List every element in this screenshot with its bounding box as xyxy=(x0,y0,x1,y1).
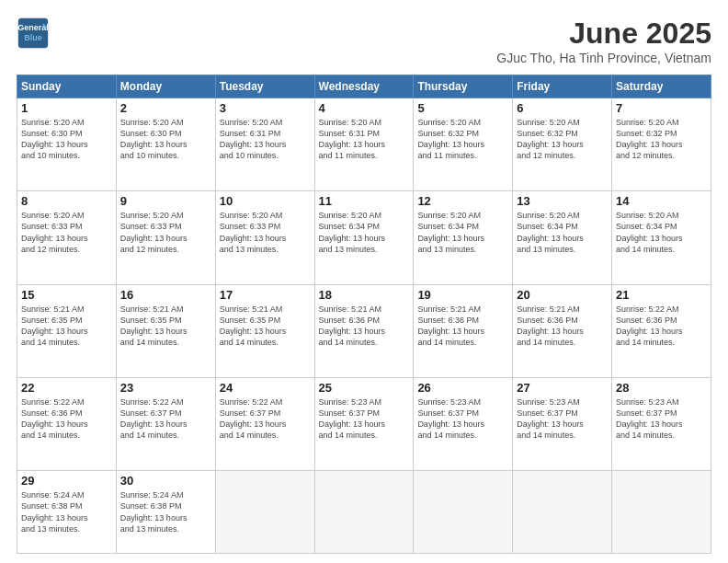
col-sunday: Sunday xyxy=(17,75,117,98)
day-info: Sunrise: 5:22 AM Sunset: 6:36 PM Dayligh… xyxy=(616,304,707,349)
calendar-cell: 15Sunrise: 5:21 AM Sunset: 6:35 PM Dayli… xyxy=(17,284,117,377)
calendar-cell: 16Sunrise: 5:21 AM Sunset: 6:35 PM Dayli… xyxy=(116,284,215,377)
day-number: 8 xyxy=(21,194,112,208)
day-number: 22 xyxy=(21,381,112,395)
day-info: Sunrise: 5:23 AM Sunset: 6:37 PM Dayligh… xyxy=(417,396,508,442)
day-number: 12 xyxy=(417,194,508,208)
day-info: Sunrise: 5:23 AM Sunset: 6:37 PM Dayligh… xyxy=(517,396,608,442)
day-info: Sunrise: 5:20 AM Sunset: 6:30 PM Dayligh… xyxy=(21,117,112,162)
day-number: 18 xyxy=(319,288,410,302)
day-info: Sunrise: 5:24 AM Sunset: 6:38 PM Dayligh… xyxy=(21,489,112,534)
col-thursday: Thursday xyxy=(414,75,513,98)
calendar-cell: 19Sunrise: 5:21 AM Sunset: 6:36 PM Dayli… xyxy=(414,284,513,377)
day-number: 5 xyxy=(417,101,508,115)
day-number: 9 xyxy=(120,194,211,208)
day-number: 28 xyxy=(616,381,707,395)
calendar-cell: 20Sunrise: 5:21 AM Sunset: 6:36 PM Dayli… xyxy=(513,284,612,377)
calendar-cell: 4Sunrise: 5:20 AM Sunset: 6:31 PM Daylig… xyxy=(314,98,414,191)
calendar-cell: 2Sunrise: 5:20 AM Sunset: 6:30 PM Daylig… xyxy=(116,98,215,191)
calendar-cell: 27Sunrise: 5:23 AM Sunset: 6:37 PM Dayli… xyxy=(513,377,612,470)
day-info: Sunrise: 5:20 AM Sunset: 6:31 PM Dayligh… xyxy=(220,117,311,162)
header: General Blue June 2025 GJuc Tho, Ha Tinh… xyxy=(17,17,711,65)
calendar-table: Sunday Monday Tuesday Wednesday Thursday… xyxy=(17,75,711,554)
col-wednesday: Wednesday xyxy=(314,75,414,98)
day-number: 10 xyxy=(220,194,311,208)
day-number: 23 xyxy=(120,381,211,395)
calendar-cell: 23Sunrise: 5:22 AM Sunset: 6:37 PM Dayli… xyxy=(116,377,215,470)
week-row-5: 29Sunrise: 5:24 AM Sunset: 6:38 PM Dayli… xyxy=(17,471,711,554)
day-number: 6 xyxy=(517,101,608,115)
day-number: 19 xyxy=(417,288,508,302)
calendar-cell: 11Sunrise: 5:20 AM Sunset: 6:34 PM Dayli… xyxy=(314,191,414,284)
day-info: Sunrise: 5:20 AM Sunset: 6:33 PM Dayligh… xyxy=(21,210,112,255)
calendar-cell xyxy=(414,471,513,554)
calendar-cell: 6Sunrise: 5:20 AM Sunset: 6:32 PM Daylig… xyxy=(513,98,612,191)
header-row: Sunday Monday Tuesday Wednesday Thursday… xyxy=(17,75,711,98)
calendar-cell: 14Sunrise: 5:20 AM Sunset: 6:34 PM Dayli… xyxy=(612,191,711,284)
week-row-2: 8Sunrise: 5:20 AM Sunset: 6:33 PM Daylig… xyxy=(17,191,711,284)
day-number: 4 xyxy=(319,101,410,115)
day-info: Sunrise: 5:21 AM Sunset: 6:36 PM Dayligh… xyxy=(417,304,508,349)
calendar-cell: 5Sunrise: 5:20 AM Sunset: 6:32 PM Daylig… xyxy=(414,98,513,191)
day-info: Sunrise: 5:20 AM Sunset: 6:33 PM Dayligh… xyxy=(220,210,311,255)
day-number: 26 xyxy=(417,381,508,395)
day-info: Sunrise: 5:20 AM Sunset: 6:34 PM Dayligh… xyxy=(616,210,707,255)
day-number: 20 xyxy=(517,288,608,302)
calendar-cell: 18Sunrise: 5:21 AM Sunset: 6:36 PM Dayli… xyxy=(314,284,414,377)
day-info: Sunrise: 5:23 AM Sunset: 6:37 PM Dayligh… xyxy=(319,396,410,442)
day-number: 13 xyxy=(517,194,608,208)
calendar-cell xyxy=(612,471,711,554)
calendar-cell: 21Sunrise: 5:22 AM Sunset: 6:36 PM Dayli… xyxy=(612,284,711,377)
day-info: Sunrise: 5:23 AM Sunset: 6:37 PM Dayligh… xyxy=(616,396,707,442)
day-number: 24 xyxy=(220,381,311,395)
day-number: 27 xyxy=(517,381,608,395)
day-info: Sunrise: 5:20 AM Sunset: 6:33 PM Dayligh… xyxy=(120,210,211,255)
calendar-cell: 1Sunrise: 5:20 AM Sunset: 6:30 PM Daylig… xyxy=(17,98,117,191)
title-block: June 2025 GJuc Tho, Ha Tinh Province, Vi… xyxy=(496,17,711,65)
calendar-cell xyxy=(314,471,414,554)
day-info: Sunrise: 5:24 AM Sunset: 6:38 PM Dayligh… xyxy=(120,489,211,534)
col-friday: Friday xyxy=(513,75,612,98)
calendar-body: 1Sunrise: 5:20 AM Sunset: 6:30 PM Daylig… xyxy=(17,98,711,554)
calendar-cell: 17Sunrise: 5:21 AM Sunset: 6:35 PM Dayli… xyxy=(215,284,314,377)
calendar-cell: 28Sunrise: 5:23 AM Sunset: 6:37 PM Dayli… xyxy=(612,377,711,470)
day-number: 11 xyxy=(319,194,410,208)
day-number: 14 xyxy=(616,194,707,208)
calendar-cell xyxy=(513,471,612,554)
week-row-1: 1Sunrise: 5:20 AM Sunset: 6:30 PM Daylig… xyxy=(17,98,711,191)
day-number: 3 xyxy=(220,101,311,115)
day-number: 7 xyxy=(616,101,707,115)
week-row-4: 22Sunrise: 5:22 AM Sunset: 6:36 PM Dayli… xyxy=(17,377,711,470)
day-info: Sunrise: 5:20 AM Sunset: 6:32 PM Dayligh… xyxy=(517,117,608,162)
col-saturday: Saturday xyxy=(612,75,711,98)
calendar-cell: 10Sunrise: 5:20 AM Sunset: 6:33 PM Dayli… xyxy=(215,191,314,284)
calendar-cell: 30Sunrise: 5:24 AM Sunset: 6:38 PM Dayli… xyxy=(116,471,215,554)
col-monday: Monday xyxy=(116,75,215,98)
day-number: 16 xyxy=(120,288,211,302)
calendar-cell: 25Sunrise: 5:23 AM Sunset: 6:37 PM Dayli… xyxy=(314,377,414,470)
week-row-3: 15Sunrise: 5:21 AM Sunset: 6:35 PM Dayli… xyxy=(17,284,711,377)
day-info: Sunrise: 5:20 AM Sunset: 6:30 PM Dayligh… xyxy=(120,117,211,162)
day-number: 21 xyxy=(616,288,707,302)
day-number: 2 xyxy=(120,101,211,115)
day-info: Sunrise: 5:21 AM Sunset: 6:35 PM Dayligh… xyxy=(120,304,211,349)
col-tuesday: Tuesday xyxy=(215,75,314,98)
day-info: Sunrise: 5:20 AM Sunset: 6:31 PM Dayligh… xyxy=(319,117,410,162)
logo-icon: General Blue xyxy=(17,17,50,50)
calendar-cell: 8Sunrise: 5:20 AM Sunset: 6:33 PM Daylig… xyxy=(17,191,117,284)
day-info: Sunrise: 5:21 AM Sunset: 6:36 PM Dayligh… xyxy=(319,304,410,349)
day-info: Sunrise: 5:21 AM Sunset: 6:35 PM Dayligh… xyxy=(21,304,112,349)
calendar-cell: 7Sunrise: 5:20 AM Sunset: 6:32 PM Daylig… xyxy=(612,98,711,191)
calendar-cell: 9Sunrise: 5:20 AM Sunset: 6:33 PM Daylig… xyxy=(116,191,215,284)
page: General Blue June 2025 GJuc Tho, Ha Tinh… xyxy=(0,0,728,563)
day-number: 17 xyxy=(220,288,311,302)
calendar-cell: 29Sunrise: 5:24 AM Sunset: 6:38 PM Dayli… xyxy=(17,471,117,554)
calendar-cell xyxy=(215,471,314,554)
day-info: Sunrise: 5:22 AM Sunset: 6:37 PM Dayligh… xyxy=(120,396,211,442)
day-info: Sunrise: 5:20 AM Sunset: 6:32 PM Dayligh… xyxy=(616,117,707,162)
day-number: 29 xyxy=(21,474,112,488)
calendar-cell: 13Sunrise: 5:20 AM Sunset: 6:34 PM Dayli… xyxy=(513,191,612,284)
calendar-cell: 26Sunrise: 5:23 AM Sunset: 6:37 PM Dayli… xyxy=(414,377,513,470)
day-number: 30 xyxy=(120,474,211,488)
calendar-cell: 12Sunrise: 5:20 AM Sunset: 6:34 PM Dayli… xyxy=(414,191,513,284)
